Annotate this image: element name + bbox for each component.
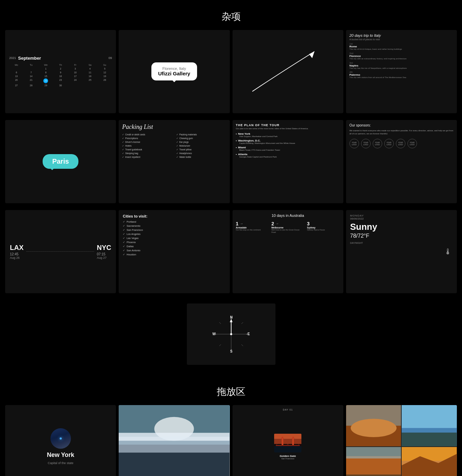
italy-item-4: 4th Palermo The city with visitors from … [349,71,406,79]
tour-city-dc: Washington, D.C. Capitol Building, Washi… [236,139,295,144]
cal-header-mo: Mo [9,63,24,66]
italy-subtitle: A bucket list of places to visit [349,38,380,41]
svg-marker-0 [309,51,315,58]
snow-photo-svg [119,405,229,476]
sponsor-logo-4: YOURLOGO [384,139,394,148]
packing-columns: ✓ Credit or debit cards ✓ Prescriptions … [122,133,226,160]
cal-row-4: 20 21 22 23 24 25 26 [9,78,112,83]
packing-col-1: ✓ Credit or debit cards ✓ Prescriptions … [122,133,172,160]
italy-item-3: 3rd Naples The city has the mix of Neapo… [349,62,407,70]
packing-card: Packing List ✓ Credit or debit cards ✓ P… [119,120,229,203]
sponsor-logo-6: YOURLOGO [407,139,417,148]
sponsors-logos: YOURLOGO YOURLOGO YOURLOGO YOURLOGO YOUR… [349,139,417,148]
cal-header-we: We [39,63,53,66]
cal-header-fr: Fr [68,63,83,66]
gate-day-label: DAY 01 [283,408,293,411]
compass-card: N S E W [187,303,275,365]
cal-header-tu: Tu [24,63,38,66]
packing-col-2: ✓ Packing materials ✓ Chewing gum ✓ Ear … [176,133,226,160]
gate-image [274,434,301,452]
svg-rect-39 [346,447,401,459]
cities-card: Cities to visit: ✓Portland ✓Sacramento ✓… [119,210,229,293]
florence-venue: Ufizzi Gallery [158,71,190,76]
tour-subtitle: Our plan is to see some of the most icon… [236,128,309,130]
italy-title: 20 days trip to Italy [349,33,381,38]
svg-rect-30 [274,446,301,452]
svg-point-9 [230,333,232,335]
weather-day: MONDAY [350,214,364,217]
compass-svg: N S E W [211,314,252,355]
flight-to-time: 07:15 [97,252,111,256]
svg-rect-38 [346,456,401,475]
flight-destination: NYC 07:15 Aug 27 [97,244,111,259]
newyork-name: New York [47,451,74,459]
cal-row-3: 13 14 15 16 17 18 19 [9,75,112,78]
cal-row-1: 1 2 3 4 5 [9,67,112,70]
flight-to-date: Aug 27 [97,256,111,259]
paris-bubble: Paris [43,154,78,169]
svg-line-5 [219,344,221,346]
arrow-svg [243,38,332,105]
sponsors-text: We wanted to thank everyone who made our… [349,129,453,135]
florence-card: Florence, Italy Ufizzi Gallery [119,30,229,113]
flight-from-date: Aug 26 [10,256,24,259]
tour-city-miami: Miami Miami Tower, FTX Arena and Freedom… [236,146,280,151]
flight-from-code: LAX [10,244,24,252]
cal-header-sa: Sa [83,63,97,66]
weather-date: 06/06/2022 [350,217,364,220]
photo-cell-desert [346,405,401,446]
cal-month: September [18,56,41,61]
newyork-card: New York Capital of the state [5,405,116,476]
snow-photo-card [119,405,229,476]
australia-steps: 1 → Armadale Our first stop on this cont… [236,221,340,234]
thermometer-icon: 🌡 [444,247,452,256]
florence-bubble: Florence, Italy Ufizzi Gallery [151,62,197,80]
sponsor-logo-5: YOURLOGO [396,139,405,148]
aus-step-3: 3 Sydney Sydney Opera House [307,221,340,234]
cities-title: Cities to visit: [123,214,147,218]
svg-rect-36 [402,432,457,446]
tour-title: THE PLAN OF THE TOUR [236,123,280,127]
photo-cell-sky [402,405,457,446]
golden-gate-card: DAY 01 Golden Gate [233,405,343,476]
svg-rect-22 [274,434,301,439]
cal-today: 22 [43,78,48,83]
sponsor-logo-2: YOURLOGO [361,139,371,148]
weather-card: MONDAY 06/06/2022 Sunny 78/72°F 🌡 DAY/NI… [346,210,457,293]
cal-dayofweek: 09 [108,56,112,60]
flight-from-time: 12:45 [10,252,24,256]
cal-header-th: Th [54,63,68,66]
newyork-circle [50,428,71,449]
photo-cell-canyon [402,447,457,476]
calendar-card: 2021 September 09 Mo Tu We Th Fr Sa Su 1… [5,30,116,113]
calendar-grid: Mo Tu We Th Fr Sa Su 1 2 3 4 5 6 7 8 [9,63,112,88]
flight-origin: LAX 12:45 Aug 26 [10,244,24,259]
italy-card: 20 days trip to Italy A bucket list of p… [346,30,457,113]
tour-city-atlanta: Atlanta Georgia State Capitol and Piedmo… [236,153,277,158]
aus-step-1: 1 → Armadale Our first stop on this cont… [236,221,269,234]
flight-card: LAX 12:45 Aug 26 NYC 07:15 Aug 27 [5,210,116,293]
weather-temp: 78/72°F [350,233,369,239]
cal-header-su: Su [98,63,112,66]
flight-dots [26,251,94,252]
multi-photo-card [346,405,457,476]
cal-row-2: 6 7 8 9 10 11 12 [9,71,112,74]
weather-condition: Sunny [350,222,377,232]
newyork-subtitle: Capital of the state [48,461,73,465]
packing-title: Packing List [122,123,153,131]
aus-step-2: 2 → Melbourne We'd love to see the Great… [271,221,304,234]
arrow-card [233,30,343,113]
australia-card: 10 days in Australia 1 → Armadale Our fi… [233,210,343,293]
paris-card: Paris [5,120,116,203]
multi-photo-grid [346,405,457,476]
svg-marker-8 [230,319,233,322]
svg-line-3 [219,322,221,324]
svg-rect-29 [276,445,300,446]
misc-section-title: 杂项 [0,0,462,30]
flight-route: LAX 12:45 Aug 26 NYC 07:15 Aug 27 [10,244,111,259]
photo-cell-road [346,447,401,476]
australia-title: 10 days in Australia [236,213,340,218]
gate-name: Golden Gate [280,455,296,458]
compass-section: N S E W [0,300,462,375]
misc-grid-row1: 2021 September 09 Mo Tu We Th Fr Sa Su 1… [0,30,462,120]
